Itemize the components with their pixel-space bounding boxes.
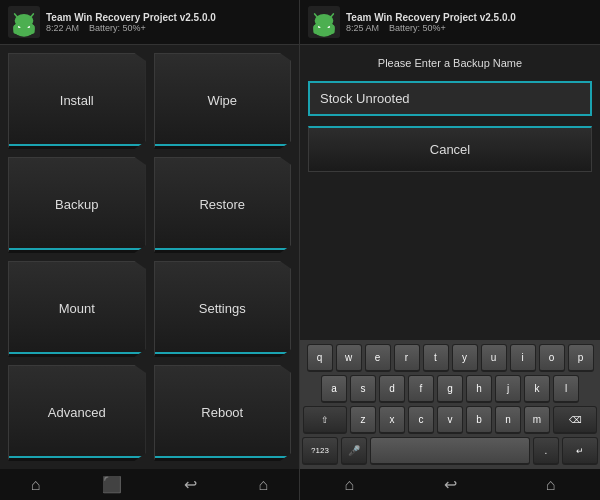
backspace-key[interactable]: ⌫ [553, 406, 597, 434]
left-panel: Team Win Recovery Project v2.5.0.0 8:22 … [0, 0, 300, 500]
backup-prompt: Please Enter a Backup Name [308, 55, 592, 71]
wipe-button[interactable]: Wipe [154, 53, 292, 149]
reboot-button[interactable]: Reboot [154, 365, 292, 461]
shift-key[interactable]: ⇧ [303, 406, 347, 434]
key-n[interactable]: n [495, 406, 521, 434]
keyboard-bottom-row: ?123 🎤 . ↵ [302, 437, 598, 465]
right-header: Team Win Recovery Project v2.5.0.0 8:25 … [300, 0, 600, 45]
enter-key[interactable]: ↵ [562, 437, 598, 465]
key-k[interactable]: k [524, 375, 550, 403]
advanced-button[interactable]: Advanced [8, 365, 146, 461]
right-nav-bar: ⌂ ↩ ⌂ [300, 469, 600, 500]
mic-key[interactable]: 🎤 [341, 437, 367, 465]
key-q[interactable]: q [307, 344, 333, 372]
install-button[interactable]: Install [8, 53, 146, 149]
right-home2-nav[interactable]: ⌂ [538, 474, 564, 496]
restore-button[interactable]: Restore [154, 157, 292, 253]
key-f[interactable]: f [408, 375, 434, 403]
left-time-battery: 8:22 AM Battery: 50%+ [46, 23, 216, 33]
right-time-battery: 8:25 AM Battery: 50%+ [346, 23, 516, 33]
key-d[interactable]: d [379, 375, 405, 403]
keyboard-row-1: q w e r t y u i o p [302, 344, 598, 372]
right-panel: Team Win Recovery Project v2.5.0.0 8:25 … [300, 0, 600, 500]
key-v[interactable]: v [437, 406, 463, 434]
space-key[interactable] [370, 437, 530, 465]
key-o[interactable]: o [539, 344, 565, 372]
key-t[interactable]: t [423, 344, 449, 372]
key-e[interactable]: e [365, 344, 391, 372]
backup-button[interactable]: Backup [8, 157, 146, 253]
key-u[interactable]: u [481, 344, 507, 372]
keyboard-row-3: ⇧ z x c v b n m ⌫ [302, 406, 598, 434]
mount-button[interactable]: Mount [8, 261, 146, 357]
key-a[interactable]: a [321, 375, 347, 403]
key-m[interactable]: m [524, 406, 550, 434]
left-header: Team Win Recovery Project v2.5.0.0 8:22 … [0, 0, 299, 45]
key-s[interactable]: s [350, 375, 376, 403]
keyboard: q w e r t y u i o p a s d f g h j k l ⇧ … [300, 340, 600, 469]
left-recent-nav[interactable]: ⬛ [94, 473, 130, 496]
key-h[interactable]: h [466, 375, 492, 403]
key-r[interactable]: r [394, 344, 420, 372]
key-g[interactable]: g [437, 375, 463, 403]
left-nav-bar: ⌂ ⬛ ↩ ⌂ [0, 469, 299, 500]
menu-grid: Install Wipe Backup Restore Mount Settin… [0, 45, 299, 469]
left-home-nav[interactable]: ⌂ [23, 474, 49, 496]
right-content: Please Enter a Backup Name Cancel [300, 45, 600, 340]
key-x[interactable]: x [379, 406, 405, 434]
left-home2-nav[interactable]: ⌂ [250, 474, 276, 496]
key-j[interactable]: j [495, 375, 521, 403]
key-c[interactable]: c [408, 406, 434, 434]
key-z[interactable]: z [350, 406, 376, 434]
svg-point-15 [315, 14, 334, 27]
left-header-info: Team Win Recovery Project v2.5.0.0 8:22 … [46, 12, 216, 33]
cancel-button[interactable]: Cancel [308, 126, 592, 172]
num-key[interactable]: ?123 [302, 437, 338, 465]
right-back-nav[interactable]: ↩ [436, 473, 465, 496]
key-w[interactable]: w [336, 344, 362, 372]
right-header-info: Team Win Recovery Project v2.5.0.0 8:25 … [346, 12, 516, 33]
keyboard-row-2: a s d f g h j k l [302, 375, 598, 403]
left-back-nav[interactable]: ↩ [176, 473, 205, 496]
left-title: Team Win Recovery Project v2.5.0.0 [46, 12, 216, 23]
key-i[interactable]: i [510, 344, 536, 372]
right-home-nav[interactable]: ⌂ [337, 474, 363, 496]
right-title: Team Win Recovery Project v2.5.0.0 [346, 12, 516, 23]
dot-key[interactable]: . [533, 437, 559, 465]
key-l[interactable]: l [553, 375, 579, 403]
key-p[interactable]: p [568, 344, 594, 372]
android-logo-right [308, 6, 340, 38]
svg-point-7 [15, 14, 34, 27]
backup-input-row [308, 81, 592, 116]
settings-button[interactable]: Settings [154, 261, 292, 357]
key-y[interactable]: y [452, 344, 478, 372]
key-b[interactable]: b [466, 406, 492, 434]
backup-name-input[interactable] [308, 81, 592, 116]
android-logo-left [8, 6, 40, 38]
